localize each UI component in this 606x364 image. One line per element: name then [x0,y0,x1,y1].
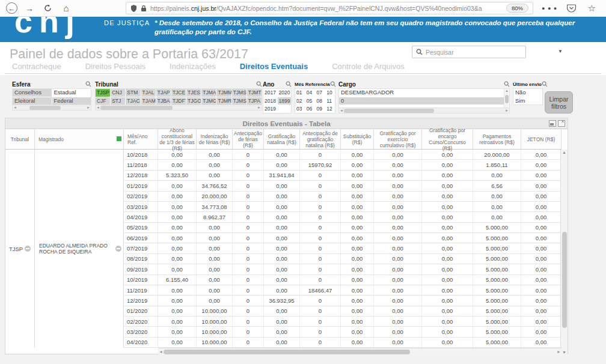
value-cell[interactable]: 0,00 [197,243,233,253]
search-icon[interactable] [85,81,91,87]
value-cell[interactable]: 0,00 [264,212,300,222]
mes-ano-cell[interactable]: 12/2018 [124,171,158,180]
value-cell[interactable]: 0,00 [158,327,197,336]
value-cell[interactable]: 0,00 [264,233,300,243]
value-cell[interactable]: 0,00 [521,192,562,201]
value-cell[interactable]: 10.000,00 [197,338,233,347]
value-cell[interactable]: 0,00 [422,254,473,264]
search-icon[interactable] [256,81,262,87]
value-cell[interactable]: 34.766,52 [197,181,233,190]
mes-ano-cell[interactable]: 04/2019 [124,212,158,222]
value-cell[interactable]: 0,00 [422,150,473,159]
filter-option[interactable]: 04 [305,89,315,97]
value-cell[interactable]: 0,00 [158,285,197,295]
scrollbar-thumb[interactable] [344,109,434,113]
filter-option[interactable]: Conselhos [13,89,52,97]
value-cell[interactable]: 0,00 [264,275,300,285]
scroll-left-icon[interactable] [159,348,163,356]
value-cell[interactable]: 0,00 [422,181,473,190]
value-cell[interactable]: 0,00 [473,171,521,180]
scrollbar-horizontal[interactable] [13,105,91,110]
filter-option[interactable]: 10 [325,89,335,97]
value-cell[interactable]: 0,00 [374,264,422,274]
value-cell[interactable]: 5.000,00 [473,296,521,305]
value-cell[interactable]: 0,00 [422,192,473,201]
mes-ano-cell[interactable]: 03/2019 [124,202,158,211]
value-cell[interactable]: 0,00 [521,202,562,211]
filter-option[interactable]: 09 [316,105,325,113]
column-header[interactable]: JETON (R$) [521,129,562,150]
value-cell[interactable]: 0,00 [341,338,374,347]
value-cell[interactable]: 0,00 [341,254,374,264]
scrollbar-vertical[interactable] [560,150,568,355]
filter-option[interactable]: TJMS [232,89,246,97]
value-cell[interactable]: 5.000,00 [473,327,521,336]
value-cell[interactable]: 0 [233,306,264,316]
value-cell[interactable]: 0 [233,192,264,201]
value-cell[interactable]: 0,00 [341,160,374,169]
value-cell[interactable]: 0 [300,212,341,222]
value-cell[interactable]: 0,00 [374,306,422,316]
search-box[interactable]: Pesquisar [412,46,526,58]
value-cell[interactable]: 0 [300,202,341,211]
value-cell[interactable]: 0,00 [197,275,233,285]
column-header[interactable]: Gratificação natalina (R$) [264,129,300,150]
value-cell[interactable]: 0,00 [264,160,300,169]
value-cell[interactable]: 31.941,84 [264,171,300,180]
value-cell[interactable]: 0,00 [521,254,562,264]
mes-ano-cell[interactable]: 05/2019 [124,223,158,232]
column-header[interactable]: Substituição (R$) [341,129,374,150]
scrollbar-horizontal[interactable] [339,108,509,113]
value-cell[interactable]: 20.000,00 [197,192,233,201]
filter-option[interactable]: TJMA [201,89,216,97]
value-cell[interactable]: 5.000,00 [473,285,521,295]
value-cell[interactable]: 0,00 [521,327,562,336]
value-cell[interactable]: 0,00 [197,171,233,180]
filter-option[interactable]: TJAL [141,89,156,97]
value-cell[interactable]: 0 [233,296,264,305]
value-cell[interactable]: 0 [233,223,264,232]
value-cell[interactable]: 0 [300,233,341,243]
value-cell[interactable]: 0,00 [422,306,473,316]
filter-option[interactable]: TJPA [247,97,262,105]
filter-option[interactable]: TJDFT [171,97,186,105]
filter-option[interactable]: 1899 [278,97,292,105]
value-cell[interactable]: 0 [233,181,264,190]
value-cell[interactable]: 0,00 [341,181,374,190]
tab-contracheque[interactable]: Contracheque [12,62,61,73]
mes-ano-cell[interactable]: 11/2018 [124,160,158,169]
filter-option[interactable]: 2017 [263,89,277,97]
value-cell[interactable]: 0 [300,327,341,336]
value-cell[interactable]: 0,00 [521,275,562,285]
value-cell[interactable]: 0,00 [197,160,233,169]
filter-option[interactable]: 11 [325,97,335,105]
filter-option[interactable]: 01 [295,89,305,97]
value-cell[interactable]: 0,00 [422,212,473,222]
filter-option[interactable]: TJMRS [216,97,231,105]
value-cell[interactable]: 0 [300,296,341,305]
column-header[interactable]: Magistrado [35,129,124,150]
value-cell[interactable]: 5.000,00 [473,223,521,232]
scrollbar-thumb[interactable] [29,106,61,110]
value-cell[interactable]: 0 [233,317,264,326]
column-header[interactable]: Pagamentos retroativos (R$) [473,129,521,150]
value-cell[interactable]: 0 [233,338,264,347]
filter-option[interactable]: 08 [316,97,325,105]
value-cell[interactable]: 0,00 [521,150,562,159]
value-cell[interactable]: 0,00 [521,171,562,180]
value-cell[interactable]: 0,00 [158,160,197,169]
value-cell[interactable]: 0,00 [264,243,300,253]
mes-ano-cell[interactable]: 08/2019 [124,254,158,264]
value-cell[interactable]: 0 [300,192,341,201]
value-cell[interactable]: 0,00 [422,160,473,169]
scroll-right-icon[interactable] [257,105,261,111]
value-cell[interactable]: 0,00 [374,338,422,347]
value-cell[interactable]: 0,00 [197,223,233,232]
column-header[interactable]: Antecipação de férias (R$) [233,129,264,150]
value-cell[interactable]: 0,00 [341,202,374,211]
mes-ano-cell[interactable]: 12/2019 [124,296,158,305]
value-cell[interactable]: 5.000,00 [473,275,521,285]
value-cell[interactable]: 0,00 [422,338,473,347]
search-icon[interactable] [286,81,292,87]
value-cell[interactable]: 15970,92 [300,160,341,169]
